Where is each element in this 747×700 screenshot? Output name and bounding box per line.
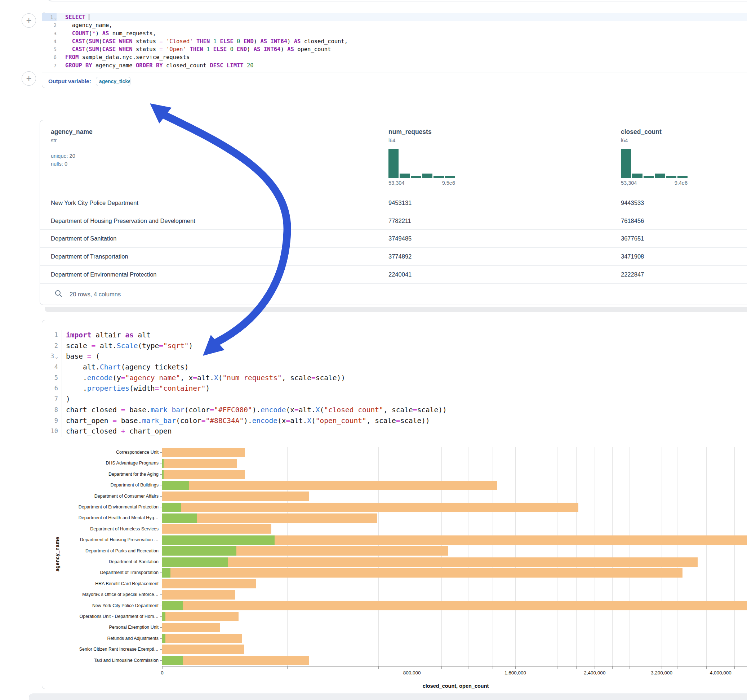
chart-row: [162, 491, 747, 502]
bar-closed-count: [162, 470, 245, 479]
chart-row: [162, 535, 747, 546]
line-number: 3: [42, 30, 57, 38]
add-cell-button-top[interactable]: +: [22, 13, 36, 28]
code-line[interactable]: 1import altair as alt: [42, 330, 747, 341]
histogram-bar: [621, 149, 631, 178]
table-cell: 9453131: [378, 199, 610, 206]
code-line[interactable]: 5 .encode(y="agency_name", x=alt.X("num_…: [42, 373, 747, 383]
chart-row: [162, 513, 747, 523]
y-axis-label: Refunds and Adjustments: [43, 633, 159, 644]
histogram-bar: [411, 176, 421, 178]
code-line[interactable]: 10chart_closed + chart_open: [42, 426, 747, 437]
y-axis-label: Department of Buildings: [43, 480, 159, 490]
sql-code-editor[interactable]: 1⌄SELECT 2 agency_name,3 COUNT(*) AS num…: [42, 13, 747, 69]
column-header-num-requests[interactable]: num_requests i64 53,3049.5e6: [378, 120, 610, 194]
column-header-agency-name[interactable]: agency_name str unique: 20 nulls: 0: [40, 120, 378, 194]
x-tick-mark: [677, 667, 677, 669]
code-line[interactable]: 4 alt.Chart(agency_tickets): [42, 362, 747, 373]
line-number: 1⌄: [42, 13, 57, 21]
bar-closed-count: [162, 557, 698, 567]
x-axis-line: [162, 666, 747, 667]
search-icon[interactable]: [54, 290, 62, 299]
table-row[interactable]: Department of Transportation377489234719…: [40, 247, 747, 266]
x-tick-mark: [594, 667, 595, 669]
x-tick-mark: [287, 667, 287, 669]
fold-chevron-icon[interactable]: ⌄: [55, 354, 58, 359]
line-number: 10: [42, 426, 58, 437]
y-axis-label: Department of Transportation: [43, 567, 159, 578]
column-header-closed-count[interactable]: closed_count i64 53,3049.4e6: [610, 120, 747, 194]
column-name: closed_count: [621, 128, 747, 136]
x-tick-mark: [412, 667, 412, 669]
histogram-bar: [422, 173, 432, 178]
chart-row: [162, 622, 747, 633]
x-axis-title: closed_count, open_count: [423, 683, 489, 689]
y-axis-label: Department of Health and Mental Hyg…: [43, 512, 159, 523]
code-line[interactable]: 3⌄base = (: [42, 351, 747, 362]
fold-chevron-icon[interactable]: ⌄: [54, 15, 57, 20]
output-variable-label: Output variable:: [48, 78, 91, 84]
add-cell-button-output[interactable]: +: [22, 71, 36, 86]
table-row[interactable]: Department of Sanitation37494853677651: [40, 229, 747, 247]
y-axis-label: Operations Unit - Department of Hom…: [43, 611, 159, 622]
code-line[interactable]: 8chart_closed = base.mark_bar(color="#FF…: [42, 405, 747, 416]
x-tick-mark: [557, 667, 558, 669]
x-tick-mark: [721, 667, 721, 669]
code-line[interactable]: 9chart_open = base.mark_bar(color="#8BC3…: [42, 416, 747, 426]
table-row[interactable]: Department of Housing Preservation and D…: [40, 212, 747, 230]
line-number: 5: [42, 45, 57, 53]
histogram-bar: [632, 173, 642, 178]
code-line[interactable]: 2 agency_name,: [42, 21, 747, 29]
x-tick-label: 2,400,000: [584, 670, 605, 676]
line-number: 3⌄: [42, 351, 58, 362]
code-line[interactable]: 4 CAST(SUM(CASE WHEN status = 'Closed' T…: [42, 38, 747, 45]
bar-closed-count: [162, 590, 235, 599]
bar-open-count: [162, 503, 181, 512]
chart-row: [162, 447, 747, 458]
chart-row: [162, 502, 747, 513]
python-cell-card: 1import altair as alt2scale = alt.Scale(…: [42, 320, 747, 689]
code-line[interactable]: 7GROUP BY agency_name ORDER BY closed_co…: [42, 62, 747, 69]
notebook-page: + + 1⌄SELECT 2 agency_name,3 COUNT(*) AS…: [0, 0, 747, 700]
x-tick-mark: [692, 667, 692, 669]
chart-row: [162, 469, 747, 480]
histogram-bar: [644, 176, 654, 178]
bar-open-count: [162, 656, 183, 665]
x-tick-mark: [442, 667, 442, 669]
text-cursor: [89, 14, 89, 20]
output-variable-row: Output variable: agency_tickets: [48, 74, 130, 89]
table-body: New York City Police Department945313194…: [40, 194, 747, 283]
chart-row: [162, 557, 747, 567]
bar-closed-count: [162, 656, 309, 665]
bar-open-count: [162, 568, 171, 578]
code-line[interactable]: 6FROM sample_data.nyc.service_requests: [42, 53, 747, 61]
bar-open-count: [162, 470, 163, 479]
x-tick-mark: [612, 667, 612, 669]
code-line[interactable]: 1⌄SELECT: [42, 13, 747, 21]
bar-open-count: [162, 481, 189, 490]
y-axis-label: Department of Sanitation: [43, 556, 159, 567]
x-tick-mark: [493, 667, 493, 669]
code-line[interactable]: 5 CAST(SUM(CASE WHEN status = 'Open' THE…: [42, 45, 747, 53]
chart-row: [162, 644, 747, 655]
python-code-editor[interactable]: 1import altair as alt2scale = alt.Scale(…: [42, 330, 747, 437]
bar-closed-count: [162, 612, 239, 621]
table-row[interactable]: New York City Police Department945313194…: [40, 194, 747, 212]
bar-closed-count: [162, 459, 237, 468]
code-line[interactable]: 2scale = alt.Scale(type="sqrt"): [42, 341, 747, 352]
histogram-closed-count: [621, 149, 688, 178]
bar-closed-count: [162, 524, 271, 534]
table-cell: 3774892: [378, 253, 610, 260]
code-line[interactable]: 6 .properties(width="container"): [42, 383, 747, 394]
y-axis-label: DHS Advantage Programs: [43, 458, 159, 468]
y-axis-label: Mayorâ€ s Office of Special Enforce…: [43, 589, 159, 600]
code-line[interactable]: 3 COUNT(*) AS num_requests,: [42, 30, 747, 38]
x-tick-label: 1,600,000: [505, 670, 526, 676]
bar-closed-count: [162, 503, 578, 512]
table-cell: Department of Sanitation: [40, 235, 378, 242]
bar-open-count: [162, 601, 183, 610]
table-row[interactable]: Department of Environmental Protection22…: [40, 266, 747, 284]
line-number: 2: [42, 21, 57, 29]
output-variable-chip[interactable]: agency_tickets: [96, 77, 130, 86]
code-line[interactable]: 7): [42, 394, 747, 405]
